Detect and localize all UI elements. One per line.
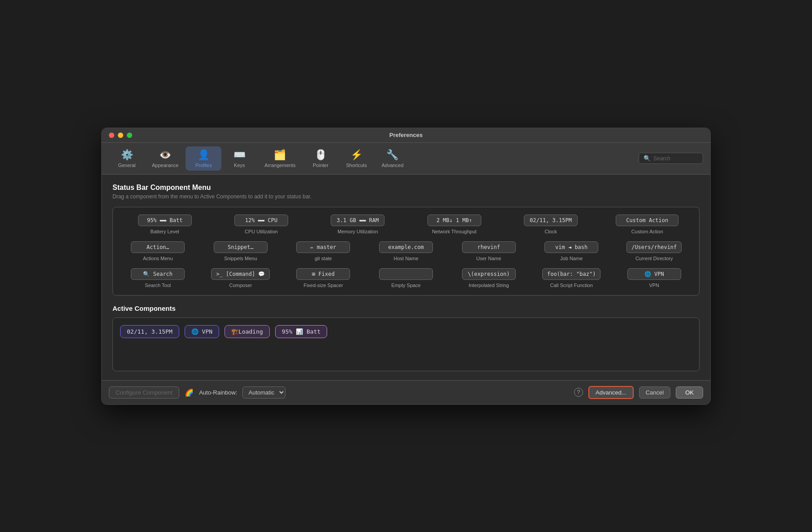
pointer-label: Pointer	[313, 163, 328, 168]
component-memory[interactable]: 3.1 GB ▬▬ RAM Memory Utilization	[313, 215, 402, 234]
cancel-button[interactable]: Cancel	[639, 386, 670, 399]
search-tool-label: Search Tool	[145, 283, 171, 288]
component-actions-menu[interactable]: Action… Actions Menu	[120, 241, 196, 261]
actions-menu-label: Actions Menu	[143, 256, 173, 261]
help-button[interactable]: ?	[574, 388, 583, 397]
bottom-bar: Configure Component 🌈 Auto-Rainbow: Auto…	[102, 380, 710, 404]
call-script-label: Call Script Function	[550, 283, 592, 288]
toolbar-item-appearance[interactable]: 👁️ Appearance	[145, 146, 186, 171]
component-search-tool[interactable]: 🔍 Search Search Tool	[120, 268, 196, 288]
appearance-label: Appearance	[152, 163, 178, 168]
component-cpu[interactable]: 12% ▬▬ CPU CPU Utilization	[216, 215, 306, 234]
component-job-name[interactable]: vim ◄ bash Job Name	[534, 241, 609, 261]
clock-badge: 02/11, 3.15PM	[524, 215, 578, 226]
composer-label: Composer	[229, 283, 252, 288]
keys-label: Keys	[234, 163, 245, 168]
job-name-label: Job Name	[560, 256, 583, 261]
component-menu: 95% ▬▬ Batt Battery Level 12% ▬▬ CPU CPU…	[112, 207, 700, 296]
actions-menu-badge: Action…	[131, 241, 185, 253]
auto-rainbow-dropdown[interactable]: Automatic Manual Off	[242, 386, 285, 399]
toolbar-item-advanced[interactable]: 🔧 Advanced	[374, 146, 410, 171]
active-loading[interactable]: 🏗️Loading	[225, 325, 270, 338]
component-fixed-spacer[interactable]: ⊞ Fixed Fixed-size Spacer	[285, 268, 361, 288]
interpolated-string-label: Interpolated String	[469, 283, 509, 288]
battery-badge: 95% ▬▬ Batt	[138, 215, 192, 226]
toolbar-search[interactable]: 🔍	[639, 153, 703, 164]
section-subtitle: Drag a component from the menu to Active…	[112, 193, 700, 200]
toolbar-item-shortcuts[interactable]: ⚡ Shortcuts	[338, 146, 374, 171]
component-host-name[interactable]: example.com Host Name	[368, 241, 444, 261]
component-clock[interactable]: 02/11, 3.15PM Clock	[506, 215, 595, 234]
toolbar-item-pointer[interactable]: 🖱️ Pointer	[302, 146, 338, 171]
component-battery[interactable]: 95% ▬▬ Batt Battery Level	[120, 215, 209, 234]
user-name-label: User Name	[476, 256, 501, 261]
component-current-directory[interactable]: /Users/rhevinf Current Directory	[616, 241, 692, 261]
configure-component-button[interactable]: Configure Component	[109, 386, 179, 399]
component-user-name[interactable]: rhevinf User Name	[451, 241, 527, 261]
snippets-menu-label: Snippets Menu	[224, 256, 257, 261]
active-vpn[interactable]: 🌐 VPN	[185, 325, 219, 338]
host-name-label: Host Name	[394, 256, 419, 261]
auto-rainbow-label: Auto-Rainbow:	[199, 389, 237, 396]
custom-action-badge: Custom Action	[616, 215, 678, 226]
preferences-window: Preferences ⚙️ General 👁️ Appearance 👤 P…	[101, 128, 711, 405]
active-clock[interactable]: 02/11, 3.15PM	[120, 325, 179, 338]
active-components-area: 02/11, 3.15PM 🌐 VPN 🏗️Loading 95% 📊 Batt	[112, 317, 700, 371]
profiles-label: Profiles	[195, 163, 212, 168]
active-battery[interactable]: 95% 📊 Batt	[275, 325, 327, 338]
arrangements-icon: 🗂️	[274, 149, 286, 161]
composer-badge: >_ [Command] 💬	[211, 268, 270, 280]
battery-label: Battery Level	[151, 229, 179, 234]
pointer-icon: 🖱️	[315, 149, 327, 161]
active-components-row: 02/11, 3.15PM 🌐 VPN 🏗️Loading 95% 📊 Batt	[120, 325, 692, 338]
toolbar-item-general[interactable]: ⚙️ General	[109, 146, 145, 171]
arrangements-label: Arrangements	[264, 163, 295, 168]
ok-button[interactable]: OK	[676, 386, 703, 399]
component-custom-action[interactable]: Custom Action Custom Action	[603, 215, 692, 234]
toolbar-item-keys[interactable]: ⌨️ Keys	[221, 146, 257, 171]
component-network[interactable]: 2 MB↓ 1 MB↑ Network Throughput	[410, 215, 499, 234]
custom-action-label: Custom Action	[631, 229, 663, 234]
current-directory-badge: /Users/rhevinf	[626, 241, 682, 253]
snippets-menu-badge: Snippet…	[214, 241, 268, 253]
component-row-1: 95% ▬▬ Batt Battery Level 12% ▬▬ CPU CPU…	[120, 215, 692, 234]
appearance-icon: 👁️	[159, 149, 171, 161]
rainbow-icon: 🌈	[185, 388, 194, 397]
vpn-badge: 🌐 VPN	[627, 268, 681, 280]
component-vpn[interactable]: 🌐 VPN VPN	[616, 268, 692, 288]
toolbar: ⚙️ General 👁️ Appearance 👤 Profiles ⌨️ K…	[102, 143, 710, 175]
git-state-label: git state	[315, 256, 332, 261]
fixed-spacer-badge: ⊞ Fixed	[296, 268, 350, 280]
general-icon: ⚙️	[121, 149, 133, 161]
memory-label: Memory Utilization	[337, 229, 378, 234]
component-row-2: Action… Actions Menu Snippet… Snippets M…	[120, 241, 692, 261]
git-state-badge: ✏ master	[296, 241, 350, 253]
memory-badge: 3.1 GB ▬▬ RAM	[331, 215, 384, 226]
profiles-icon: 👤	[198, 149, 210, 161]
window-title: Preferences	[389, 132, 423, 138]
call-script-badge: foo(bar: "baz")	[542, 268, 600, 280]
component-interpolated-string[interactable]: \(expression) Interpolated String	[451, 268, 527, 288]
advanced-button[interactable]: Advanced...	[588, 386, 634, 399]
vpn-label: VPN	[649, 283, 659, 288]
component-git-state[interactable]: ✏ master git state	[285, 241, 361, 261]
active-components-title: Active Components	[112, 305, 700, 312]
main-content: Status Bar Component Menu Drag a compone…	[102, 175, 710, 380]
search-icon: 🔍	[644, 155, 651, 162]
component-snippets-menu[interactable]: Snippet… Snippets Menu	[203, 241, 279, 261]
maximize-button[interactable]	[127, 133, 132, 138]
close-button[interactable]	[109, 133, 114, 138]
advanced-icon: 🔧	[386, 149, 398, 161]
current-directory-label: Current Directory	[635, 256, 673, 261]
search-tool-badge: 🔍 Search	[131, 268, 185, 280]
minimize-button[interactable]	[118, 133, 123, 138]
advanced-label: Advanced	[381, 163, 403, 168]
component-empty-space[interactable]: Empty Space	[368, 268, 444, 288]
toolbar-item-arrangements[interactable]: 🗂️ Arrangements	[257, 146, 302, 171]
general-label: General	[118, 163, 135, 168]
interpolated-string-badge: \(expression)	[462, 268, 516, 280]
component-call-script[interactable]: foo(bar: "baz") Call Script Function	[534, 268, 609, 288]
search-input[interactable]	[653, 155, 698, 162]
toolbar-item-profiles[interactable]: 👤 Profiles	[186, 146, 221, 171]
component-composer[interactable]: >_ [Command] 💬 Composer	[203, 268, 279, 288]
